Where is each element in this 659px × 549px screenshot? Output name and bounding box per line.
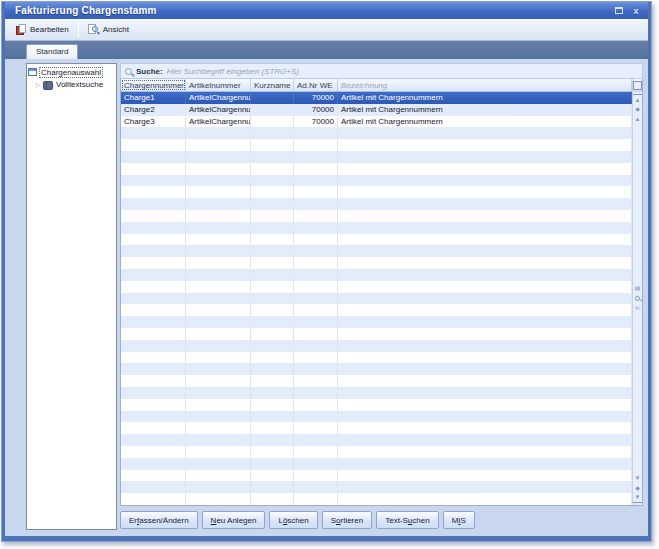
table-cell: ArtikelChargennumme	[186, 92, 251, 104]
table-row[interactable]: Charge3ArtikelChargennumme70000Artikel m…	[121, 116, 632, 128]
tab-strip: Standard	[5, 41, 648, 59]
table-row[interactable]	[121, 163, 632, 175]
bearbeiten-button[interactable]: Bearbeiten	[11, 22, 74, 37]
table-row[interactable]	[121, 375, 632, 387]
table-cell	[186, 458, 251, 470]
scroll-page-down-button[interactable]: ◆	[633, 483, 642, 493]
footer-button-neu-anlegen[interactable]: Neu Anlegen	[202, 511, 266, 529]
table-row[interactable]	[121, 222, 632, 234]
table-row[interactable]	[121, 175, 632, 187]
footer-button-l-schen[interactable]: Löschen	[269, 511, 317, 529]
table-cell	[186, 151, 251, 163]
app-window: Fakturierung Chargenstamm x Bearbeiten A…	[1, 1, 652, 542]
table-row[interactable]: Charge1ArtikelChargennumme70000Artikel m…	[121, 92, 632, 104]
table-cell	[186, 186, 251, 198]
table-cell	[251, 422, 294, 434]
footer-button-erfassen-ndern[interactable]: Erfassen/Ändern	[120, 511, 198, 529]
table-row[interactable]	[121, 186, 632, 198]
column-header-chargennummer[interactable]: Chargennummer▼	[121, 79, 186, 91]
table-row[interactable]	[121, 210, 632, 222]
card-view-button[interactable]: ▤	[633, 283, 642, 293]
table-row[interactable]	[121, 151, 632, 163]
tree-item-volltextsuche[interactable]: ▷Volltextsuche	[28, 78, 115, 90]
table-row[interactable]	[121, 316, 632, 328]
table-cell	[294, 293, 338, 305]
table-cell	[294, 151, 338, 163]
table-row[interactable]	[121, 328, 632, 340]
tab-standard[interactable]: Standard	[26, 44, 78, 59]
table-row[interactable]	[121, 198, 632, 210]
table-cell: Charge1	[121, 92, 186, 104]
binoculars-icon	[43, 81, 53, 88]
table-row[interactable]	[121, 139, 632, 151]
table-cell	[338, 470, 632, 482]
table-cell	[251, 363, 294, 375]
zoom-button[interactable]	[633, 293, 642, 303]
table-row[interactable]	[121, 269, 632, 281]
table-row[interactable]: Charge2ArtikelChargennumme70000Artikel m…	[121, 104, 632, 116]
column-header-kurzname[interactable]: Kurzname	[251, 79, 294, 91]
column-header-bezeichnung[interactable]: Bezeichnung	[338, 79, 632, 91]
table-cell	[121, 363, 186, 375]
table-cell	[294, 186, 338, 198]
expand-arrow-icon[interactable]: ▷	[35, 81, 41, 88]
table-row[interactable]	[121, 304, 632, 316]
scroll-page-up-button[interactable]: ◆	[633, 104, 642, 114]
close-button[interactable]: x	[630, 5, 642, 16]
table-row[interactable]	[121, 446, 632, 458]
scroll-down-button[interactable]: ▼	[633, 473, 642, 483]
column-chooser-button[interactable]	[633, 79, 642, 92]
search-placeholder: Hier Suchbegriff eingeben (STRG+S)	[167, 67, 299, 76]
table-cell	[186, 481, 251, 493]
table-row[interactable]	[121, 481, 632, 493]
table-row[interactable]	[121, 127, 632, 139]
table-row[interactable]	[121, 399, 632, 411]
table-cell	[251, 411, 294, 423]
table-cell	[251, 293, 294, 305]
footer-button-mis[interactable]: MIS	[443, 511, 475, 529]
tree-item-chargenauswahl[interactable]: Chargenauswahl	[28, 66, 115, 78]
vertical-scrollbar[interactable]: ▲ ◆ ▲ ▤ ¾ ▼ ◆ ▼	[632, 79, 642, 505]
table-row[interactable]	[121, 352, 632, 364]
table-row[interactable]	[121, 387, 632, 399]
ansicht-button[interactable]: Ansicht	[83, 22, 134, 37]
table-cell	[121, 470, 186, 482]
table-cell	[251, 151, 294, 163]
table-row[interactable]	[121, 281, 632, 293]
table-cell	[338, 127, 632, 139]
table-cell: 70000	[294, 104, 338, 116]
grid-body: Charge1ArtikelChargennumme70000Artikel m…	[121, 92, 632, 505]
column-header-artikelnummer[interactable]: Artikelnummer	[186, 79, 251, 91]
column-header-ad-nr-we[interactable]: Ad.Nr WE	[294, 79, 338, 91]
table-row[interactable]	[121, 245, 632, 257]
table-row[interactable]	[121, 363, 632, 375]
table-cell	[121, 163, 186, 175]
restore-button[interactable]	[613, 5, 625, 16]
table-row[interactable]	[121, 493, 632, 505]
table-row[interactable]	[121, 257, 632, 269]
table-cell	[121, 422, 186, 434]
table-row[interactable]	[121, 340, 632, 352]
table-row[interactable]	[121, 470, 632, 482]
table-cell	[294, 210, 338, 222]
table-row[interactable]	[121, 293, 632, 305]
bearbeiten-label: Bearbeiten	[30, 25, 69, 34]
table-row[interactable]	[121, 434, 632, 446]
table-cell	[186, 434, 251, 446]
table-cell	[186, 352, 251, 364]
table-cell: 70000	[294, 116, 338, 128]
table-row[interactable]	[121, 422, 632, 434]
scroll-to-top-button[interactable]: ▲	[633, 94, 642, 104]
table-row[interactable]	[121, 458, 632, 470]
search-bar[interactable]: Suche: Hier Suchbegriff eingeben (STRG+S…	[120, 63, 643, 79]
table-row[interactable]	[121, 234, 632, 246]
table-cell	[121, 411, 186, 423]
page-scale-button[interactable]: ¾	[633, 303, 642, 313]
table-row[interactable]	[121, 411, 632, 423]
footer-button-text-suchen[interactable]: Text-Suchen	[376, 511, 438, 529]
footer-button-sortieren[interactable]: Sortieren	[322, 511, 372, 529]
scroll-to-bottom-button[interactable]: ▼	[633, 493, 642, 503]
table-cell	[186, 163, 251, 175]
scroll-up-button[interactable]: ▲	[633, 114, 642, 124]
column-header-label: Ad.Nr WE	[297, 81, 333, 90]
